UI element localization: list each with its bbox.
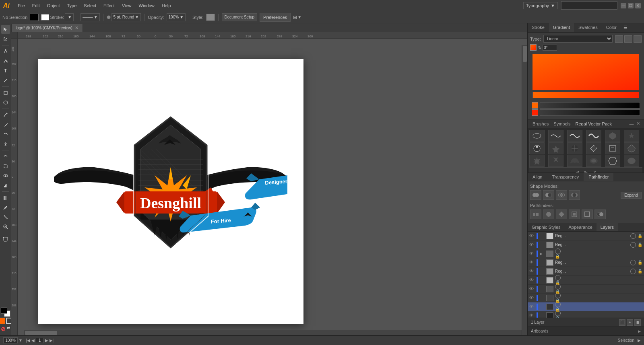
paintbrush-tool[interactable] [1,111,10,119]
menu-view[interactable]: View [119,2,135,9]
layer-visibility-icon[interactable]: 👁 [529,295,535,301]
brush-cell-13[interactable] [529,155,545,167]
brush-cell-16[interactable] [586,155,601,167]
gradient-type-select[interactable]: Linear Radial [543,35,613,43]
color-tab[interactable]: Color [602,23,621,32]
layer-visibility-icon[interactable]: 👁 [529,251,535,257]
layer-row[interactable]: 👁 Reg... 🔒 [528,258,644,267]
layer-target-icon[interactable] [555,284,561,290]
zoom-tool[interactable] [1,222,10,231]
stroke-tab[interactable]: Stroke [528,23,549,32]
fill-indicator[interactable] [0,318,5,324]
expand-button[interactable]: Expand [621,192,642,199]
stroke-style-dropdown[interactable]: ──── ▼ [80,13,99,21]
layer-lock-icon[interactable]: 🔒 [638,242,642,247]
style-swatch[interactable] [206,14,215,21]
brush-nav-prev[interactable]: ◀ [574,169,580,172]
brush-cell-6[interactable] [624,130,639,142]
menu-effect[interactable]: Effect [100,2,118,9]
gradient-angle-input[interactable] [543,45,557,51]
page-number-input[interactable] [36,338,44,343]
make-clipping-mask-btn[interactable]: ⬛ [619,319,625,326]
fg-bg-colors[interactable] [1,307,10,317]
opacity-dropdown[interactable]: 100% ▼ [167,13,186,21]
menu-object[interactable]: Object [44,2,63,9]
outline-btn[interactable] [582,209,593,219]
align-tab[interactable]: Align [528,173,547,181]
intersect-btn[interactable] [556,190,567,200]
gradient-reverse[interactable] [615,35,623,43]
canvas-container[interactable]: 288 252 216 180 144 108 72 36 0 36 72 10… [11,32,527,335]
chart-tool[interactable] [1,181,10,190]
brush-cell-9[interactable] [567,142,582,154]
brush-cell-17[interactable] [605,155,620,167]
minus-front-btn[interactable] [543,190,554,200]
swap-colors[interactable]: ⇄ [7,326,10,332]
layer-target-icon[interactable] [630,260,636,265]
gradient-opacity-bar-2[interactable] [540,109,640,116]
layer-row[interactable]: 👁 ▶ 🔒 [528,249,644,258]
layer-visibility-icon[interactable]: 👁 [529,242,535,248]
layer-lock-icon[interactable]: 🔒 [555,254,560,259]
brushes-tab[interactable]: Brushes [531,121,550,126]
measure-tool[interactable] [1,213,10,222]
layer-target-icon[interactable] [555,275,561,281]
document-tab[interactable]: logo* @ 100% (CMYK/Preview) ✕ [11,24,83,32]
eyedropper-tool[interactable] [1,203,10,212]
fill-swatch[interactable] [30,14,39,21]
panel-collapse-btn[interactable]: ✕ [635,121,641,127]
brush-cell-1[interactable] [529,130,545,142]
warp-tool[interactable] [1,152,10,161]
stroke-indicator[interactable] [6,318,12,324]
selection-tool[interactable] [1,25,10,34]
brush-cell-8[interactable] [548,142,564,154]
artboards-section[interactable]: Artboards ▶ [528,327,644,335]
next-page-btn[interactable]: ▶ [45,338,48,343]
gradient-options[interactable] [624,35,632,43]
gradient-stop-2[interactable] [532,109,538,116]
exclude-btn[interactable] [569,190,580,200]
brush-cell-7[interactable] [529,142,545,154]
layer-visibility-icon[interactable]: 👁 [529,277,535,283]
ellipse-tool[interactable] [1,98,10,107]
layers-tab-btn[interactable]: Layers [597,223,618,231]
swatches-tab[interactable]: Swatches [574,23,602,32]
layer-visibility-icon[interactable]: 👁 [529,313,535,318]
layer-target-icon[interactable] [555,310,561,316]
zoom-input[interactable] [3,337,18,343]
symbols-tab[interactable]: Symbols [552,121,572,126]
menu-edit[interactable]: Edit [29,2,43,9]
stroke-weight-dropdown[interactable]: ▼ [65,13,74,21]
stroke-cap-dropdown[interactable]: 5 pt. Round ▼ [111,13,141,21]
zoom-dropdown-btn[interactable]: ▼ [19,338,23,343]
layer-lock-icon[interactable]: 🔒 [638,260,642,265]
vertical-scrollbar[interactable] [522,45,527,335]
brush-cell-3[interactable] [567,130,582,142]
reflect-tool[interactable] [1,140,10,148]
shape-builder-tool[interactable] [1,171,10,180]
preferences-button[interactable]: Preferences [260,13,291,22]
unite-btn[interactable] [530,190,541,200]
layer-visibility-icon[interactable]: 👁 [529,304,535,310]
workspace-selector[interactable]: Typography ▼ [523,2,558,9]
gradient-bar[interactable] [533,92,639,98]
layer-target-icon[interactable] [555,293,561,298]
brush-cell-11[interactable] [605,142,620,154]
layer-visibility-icon[interactable]: 👁 [529,286,535,292]
brush-cell-12[interactable] [624,142,639,154]
pencil-tool[interactable] [1,120,10,129]
menu-window[interactable]: Window [136,2,158,9]
panel-menu-icon[interactable]: ☰ [621,23,630,32]
gradient-opacity-bar[interactable] [540,102,640,109]
restore-button[interactable]: ❐ [628,3,634,8]
search-input[interactable] [561,1,617,10]
graphic-styles-tab[interactable]: Graphic Styles [528,223,565,231]
gradient-stop-1[interactable] [532,102,538,109]
merge-btn[interactable] [556,209,567,219]
pen-tool[interactable] [1,47,10,56]
regal-vector-tab[interactable]: Regal Vector Pack [574,121,614,126]
panel-minimize-btn[interactable]: — [629,121,634,127]
minimize-button[interactable]: — [621,3,626,8]
new-layer-btn[interactable]: + [627,319,633,326]
menu-type[interactable]: Type [64,2,80,9]
